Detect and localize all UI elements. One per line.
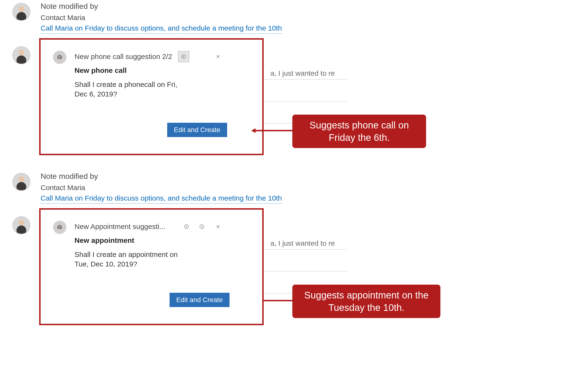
edit-and-create-button[interactable]: Edit and Create — [167, 123, 227, 137]
svg-point-16 — [200, 225, 204, 229]
svg-point-6 — [182, 55, 186, 59]
ghost-rule — [264, 271, 347, 271]
avatar — [12, 46, 30, 64]
bot-icon — [53, 51, 66, 64]
suggestion-card: New phone call suggestion 2/2 New phone … — [39, 38, 264, 155]
callout-connector — [256, 130, 292, 131]
note-modified-by: Note modified by — [41, 171, 98, 181]
close-icon[interactable] — [213, 221, 223, 232]
avatar — [12, 216, 30, 234]
note-contact: Contact Maria — [41, 13, 85, 23]
ghost-fragment: a, I just wanted to re — [270, 239, 335, 247]
annotation-text: Suggests phone call on Friday the 6th. — [299, 119, 419, 144]
avatar — [12, 173, 30, 191]
callout-connector — [264, 300, 292, 301]
annotation-callout: Suggests phone call on Friday the 6th. — [292, 115, 426, 148]
card-title: New phone call suggestion 2/2 — [74, 52, 172, 61]
svg-point-10 — [59, 227, 59, 228]
annotation-callout: Suggests appointment on the Tuesday the … — [292, 285, 441, 318]
card-subtitle: New appointment — [74, 236, 134, 244]
callout-arrow-icon — [251, 128, 256, 133]
card-body: Shall I create an appointment on Tue, De… — [74, 250, 184, 269]
note-contact: Contact Maria — [41, 183, 85, 193]
svg-point-11 — [60, 227, 61, 228]
annotation-text: Suggests appointment on the Tuesday the … — [299, 289, 434, 314]
card-title: New Appointment suggesti... — [74, 222, 165, 231]
avatar — [12, 3, 30, 21]
ghost-fragment: a, I just wanted to re — [270, 69, 335, 77]
suggestion-card: New Appointment suggesti... New appointm… — [39, 208, 264, 325]
edit-and-create-button[interactable]: Edit and Create — [170, 293, 229, 307]
card-body: Shall I create a phonecall on Fri, Dec 6… — [74, 80, 184, 99]
svg-rect-9 — [58, 226, 62, 229]
chevron-next-icon[interactable] — [196, 221, 207, 232]
ghost-rule — [264, 79, 347, 79]
svg-point-2 — [60, 57, 61, 58]
svg-rect-0 — [58, 56, 62, 59]
ghost-rule — [264, 249, 347, 249]
card-subtitle: New phone call — [74, 66, 126, 74]
chevron-prev-icon[interactable] — [178, 51, 189, 62]
close-icon[interactable] — [213, 51, 223, 62]
note-link[interactable]: Call Maria on Friday to discuss options,… — [41, 24, 282, 34]
ghost-rule — [264, 101, 347, 101]
bot-icon — [53, 221, 66, 234]
note-link[interactable]: Call Maria on Friday to discuss options,… — [41, 194, 282, 204]
svg-point-15 — [185, 225, 189, 229]
note-modified-by: Note modified by — [41, 1, 98, 11]
svg-point-1 — [59, 57, 59, 58]
chevron-prev-icon[interactable] — [181, 221, 192, 232]
